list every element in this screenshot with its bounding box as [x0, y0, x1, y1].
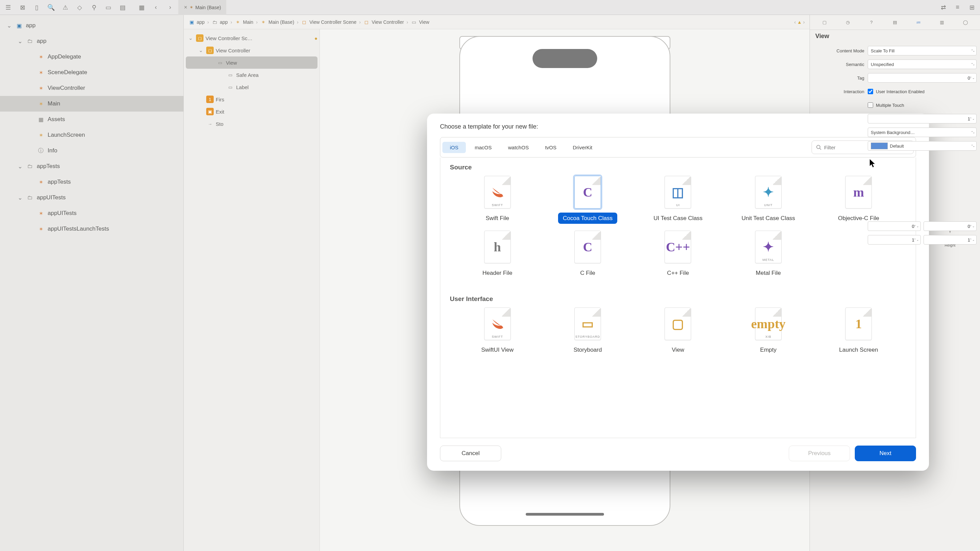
stretch-h-field[interactable]: 1	[924, 235, 977, 245]
warning-icon[interactable]: ⚠	[60, 3, 70, 12]
template-file-icon: 1	[845, 308, 872, 340]
template-ui-test-case-class[interactable]: ◫UIUI Test Case Class	[635, 176, 721, 224]
nav-item-launchscreen[interactable]: ✶LaunchScreen	[0, 127, 183, 143]
template-empty[interactable]: emptyXIBEmpty	[725, 308, 811, 356]
template-file-icon: C	[574, 176, 601, 208]
next-button[interactable]: Next	[855, 446, 916, 461]
editor-tab[interactable]: ✕ ✶ Main (Base)	[178, 0, 226, 15]
nav-item-apptests[interactable]: ⌄🗀appTests	[0, 159, 183, 174]
nav-item-app[interactable]: ⌄▣app	[0, 18, 183, 33]
semantic-dropdown[interactable]: Unspecified	[868, 60, 977, 69]
search-icon[interactable]: 🔍	[46, 3, 56, 12]
template-label: Empty	[756, 344, 781, 356]
template-label: Swift File	[481, 213, 514, 224]
identity-inspector-tab-icon[interactable]: ▤	[890, 20, 900, 25]
platform-tab-watchos[interactable]: watchOS	[501, 142, 536, 153]
previous-button: Previous	[789, 446, 850, 461]
nav-item-scenedelegate[interactable]: ✶SceneDelegate	[0, 65, 183, 80]
platform-tab-ios[interactable]: iOS	[442, 142, 466, 153]
stretch-y-field[interactable]: 0	[924, 221, 977, 231]
template-file-icon: ▭STORYBOARD	[574, 308, 601, 340]
file-inspector-tab-icon[interactable]: ▢	[819, 20, 830, 25]
alpha-field[interactable]: 1	[868, 114, 977, 124]
nav-item-apptests[interactable]: ✶appTests	[0, 174, 183, 190]
stretch-x-field[interactable]: 0	[868, 221, 921, 231]
add-editor-icon[interactable]: ⊞	[967, 3, 977, 12]
nav-item-info[interactable]: ⓘInfo	[0, 143, 183, 159]
template-c-file[interactable]: CC File	[544, 230, 631, 279]
nav-item-app[interactable]: ⌄🗀app	[0, 33, 183, 49]
interaction-label: Interaction	[813, 89, 864, 94]
sheet-button-bar: Cancel Previous Next	[440, 438, 916, 461]
sb-icon: ✶	[37, 131, 45, 139]
template-section-title: Source	[440, 157, 916, 172]
tests-icon[interactable]: ◇	[75, 3, 84, 12]
info-icon: ⓘ	[37, 147, 45, 155]
template-label: Header File	[478, 267, 517, 279]
template-launch-screen[interactable]: 1Launch Screen	[815, 308, 902, 356]
template-header-file[interactable]: hHeader File	[454, 230, 541, 279]
template-storyboard[interactable]: ▭STORYBOARDStoryboard	[544, 308, 631, 356]
cancel-button[interactable]: Cancel	[440, 446, 501, 461]
size-inspector-tab-icon[interactable]: ▥	[937, 20, 947, 25]
tint-dropdown[interactable]: Default	[868, 141, 977, 151]
bookmark-icon[interactable]: ▯	[32, 3, 41, 12]
template-swiftui-view[interactable]: SWIFTSwiftUI View	[454, 308, 541, 356]
nav-item-label: Assets	[48, 116, 65, 123]
modal-overlay: Choose a template for your new file: iOS…	[184, 15, 810, 551]
user-interaction-checkbox[interactable]: User Interaction Enabled	[868, 89, 977, 94]
platform-tab-macos[interactable]: macOS	[467, 142, 499, 153]
template-label: Storyboard	[569, 344, 607, 356]
template-file-icon: SWIFT	[484, 308, 511, 340]
template-swift-file[interactable]: SWIFTSwift File	[454, 176, 541, 224]
nav-item-assets[interactable]: ▦Assets	[0, 111, 183, 127]
template-cocoa-touch-class[interactable]: CCocoa Touch Class	[544, 176, 631, 224]
svg-line-1	[820, 148, 821, 150]
nav-item-viewcontroller[interactable]: ✶ViewController	[0, 80, 183, 96]
template-file-icon: SWIFT	[484, 176, 511, 208]
nav-back-icon[interactable]: ‹	[151, 3, 161, 12]
nav-item-appuitests[interactable]: ✶appUITests	[0, 205, 183, 221]
nav-fwd-icon[interactable]: ›	[165, 3, 175, 12]
template-objective-c-file[interactable]: mObjective-C File	[815, 176, 902, 224]
template-metal-file[interactable]: ✦METALMetal File	[725, 230, 811, 279]
nav-item-appdelegate[interactable]: ✶AppDelegate	[0, 49, 183, 65]
adjust-editor-icon[interactable]: ≡	[953, 3, 962, 12]
multiple-touch-checkbox[interactable]: Multiple Touch	[868, 102, 977, 108]
history-inspector-tab-icon[interactable]: ◷	[843, 20, 853, 25]
help-inspector-tab-icon[interactable]: ?	[866, 20, 877, 25]
template-file-icon: C	[574, 230, 601, 263]
tint-value: Default	[890, 143, 904, 149]
platform-tabbar: iOSmacOSwatchOStvOSDriverKit	[440, 137, 916, 157]
close-window-icon[interactable]: ⊠	[18, 3, 27, 12]
template-unit-test-case-class[interactable]: ✦UNITUnit Test Case Class	[725, 176, 811, 224]
nav-item-appuitests[interactable]: ⌄🗀appUITests	[0, 190, 183, 205]
swift-icon: ✶	[37, 68, 45, 76]
background-dropdown[interactable]: System Background…	[868, 127, 977, 137]
attributes-inspector-tab-icon[interactable]: ≔	[913, 20, 924, 25]
inspector-tabs[interactable]: ▢ ◷ ? ▤ ≔ ▥ ◯	[810, 15, 980, 30]
template-c-file[interactable]: C++C++ File	[635, 230, 721, 279]
sidebar-left-icon[interactable]: ☰	[3, 3, 13, 12]
platform-tab-driverkit[interactable]: DriverKit	[565, 142, 600, 153]
title-toolbar: ☰ ⊠ ▯ 🔍 ⚠ ◇ ⚲ ▭ ▤ ▦ ‹ › ✕ ✶ Main (Base) …	[0, 0, 980, 15]
connections-inspector-tab-icon[interactable]: ◯	[960, 20, 970, 25]
tag-field[interactable]: 0	[868, 73, 977, 83]
grid-icon[interactable]: ▦	[137, 3, 146, 12]
nav-item-main[interactable]: ✶Main	[0, 96, 183, 111]
nav-item-label: ViewController	[48, 85, 85, 92]
nav-item-appuitestslaunchtests[interactable]: ✶appUITestsLaunchTests	[0, 221, 183, 237]
refresh-icon[interactable]: ⇄	[939, 3, 948, 12]
close-tab-icon[interactable]: ✕	[184, 5, 188, 10]
platform-tab-tvos[interactable]: tvOS	[538, 142, 564, 153]
stretch-w-field[interactable]: 1	[868, 235, 921, 245]
debug-icon[interactable]: ⚲	[89, 3, 99, 12]
template-label: SwiftUI View	[476, 344, 518, 356]
swift-icon: ✶	[37, 225, 45, 233]
template-view[interactable]: ▢View	[635, 308, 721, 356]
nav-item-label: appTests	[48, 179, 71, 185]
assets-icon: ▦	[37, 115, 45, 124]
content-mode-dropdown[interactable]: Scale To Fill	[868, 46, 977, 56]
report-icon[interactable]: ▤	[118, 3, 127, 12]
breakpoint-icon[interactable]: ▭	[103, 3, 113, 12]
